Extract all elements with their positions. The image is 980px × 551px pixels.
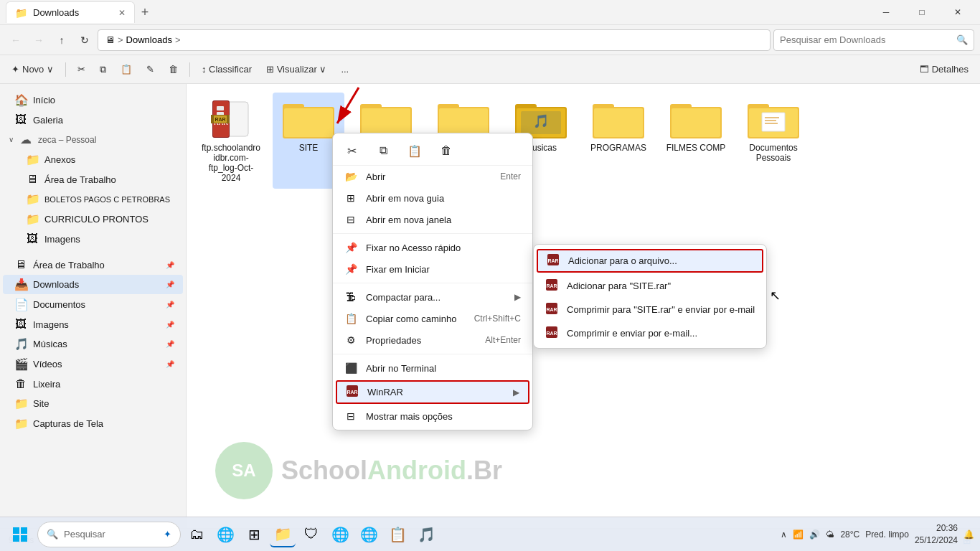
- close-button[interactable]: ✕: [941, 1, 974, 23]
- paste-button[interactable]: 📋: [115, 61, 138, 77]
- svg-rect-42: [21, 535, 27, 542]
- more-button[interactable]: ...: [335, 61, 354, 77]
- file-item-rar[interactable]: RAR RAR ftp.schoolandroidbr.com-ftp_log-…: [195, 93, 267, 189]
- sidebar-item-imagens[interactable]: 🖼 Imagens: [3, 230, 183, 248]
- cm-item-winrar[interactable]: RAR WinRAR ▶: [336, 380, 529, 404]
- adicionar-arquivo-icon: RAR: [547, 254, 560, 268]
- file-item-filmes[interactable]: FILMES COMP: [660, 93, 732, 189]
- sidebar-item-inicio[interactable]: 🏠 Início: [3, 90, 183, 110]
- sidebar-item-boletos[interactable]: 📁 BOLETOS PAGOS C PETROBRAS: [3, 189, 183, 209]
- tray-network-icon[interactable]: 📶: [793, 529, 804, 540]
- taskbar-files-icon[interactable]: 🗂: [184, 522, 209, 547]
- tab-area: 📁 Downloads ✕ +: [6, 1, 870, 23]
- view-label: ⊞ Visualizar ∨: [266, 64, 326, 75]
- rename-button[interactable]: ✎: [141, 61, 160, 77]
- imagens-label: Imagens: [44, 234, 80, 245]
- taskbar-search[interactable]: 🔍 Pesquisar ✦: [37, 522, 181, 547]
- breadcrumb-bar[interactable]: 🖥 > Downloads >: [98, 29, 771, 51]
- sidebar-item-anexos[interactable]: 📁 Anexos: [3, 150, 183, 169]
- cm-paste-button[interactable]: 📋: [405, 141, 425, 161]
- copiar-shortcut: Ctrl+Shift+C: [474, 314, 521, 324]
- imagens2-pin-icon: 📌: [166, 321, 174, 329]
- sort-button[interactable]: ↕ Classificar: [196, 61, 258, 77]
- refresh-button[interactable]: ↻: [75, 30, 95, 50]
- minimize-button[interactable]: ─: [870, 1, 903, 23]
- tab-close-button[interactable]: ✕: [118, 8, 126, 18]
- copy-button[interactable]: ⧉: [94, 61, 112, 78]
- taskbar-media-icon[interactable]: 🎵: [413, 522, 439, 547]
- area-trabalho2-label: Área de Trabalho: [33, 260, 105, 270]
- cm-item-fixar-rapido[interactable]: 📌 Fixar no Acesso rápido: [333, 237, 532, 258]
- start-button[interactable]: [6, 520, 34, 549]
- tray-volume-icon[interactable]: 🔊: [809, 529, 820, 540]
- new-button[interactable]: ✦ Novo ∨: [6, 61, 60, 77]
- notification-icon[interactable]: 🔔: [963, 529, 974, 540]
- file-item-docs-pessoais[interactable]: Documentos Pessoais: [738, 93, 809, 189]
- back-button[interactable]: ←: [6, 30, 26, 50]
- breadcrumb-downloads[interactable]: Downloads: [126, 34, 172, 45]
- sidebar-item-lixeira[interactable]: 🗑 Lixeira: [3, 375, 183, 393]
- view-button[interactable]: ⊞ Visualizar ∨: [260, 61, 332, 77]
- sidebar-item-downloads[interactable]: 📥 Downloads 📌: [3, 275, 183, 294]
- taskbar-chrome-icon[interactable]: 🌐: [327, 522, 353, 547]
- forward-button[interactable]: →: [29, 30, 49, 50]
- fixar-rapido-label: Fixar no Acesso rápido: [366, 242, 521, 253]
- cm-item-compactar[interactable]: 🗜 Compactar para... ▶: [333, 286, 532, 308]
- paste-icon: 📋: [121, 64, 132, 75]
- cm-cut-button[interactable]: ✂: [341, 141, 362, 161]
- abrir-label: Abrir: [366, 171, 491, 182]
- clock[interactable]: 20:36 25/12/2024: [915, 522, 958, 547]
- taskbar-notes-icon[interactable]: 📋: [385, 522, 410, 547]
- submenu-item-adicionar-arquivo[interactable]: RAR Adicionar para o arquivo...: [537, 249, 763, 273]
- taskbar-explorer-icon[interactable]: 📁: [270, 522, 296, 547]
- sidebar-item-capturas[interactable]: 📁 Capturas de Tela: [3, 414, 183, 433]
- cm-delete-button[interactable]: 🗑: [436, 141, 456, 161]
- cm-item-fixar-iniciar[interactable]: 📌 Fixar em Iniciar: [333, 258, 532, 280]
- search-input[interactable]: [780, 34, 952, 45]
- capturas-icon: 📁: [14, 417, 27, 430]
- sidebar-item-documentos[interactable]: 📄 Documentos 📌: [3, 295, 183, 314]
- adicionar-rar-label: Adicionar para "SITE.rar": [567, 281, 755, 291]
- compactar-icon: 🗜: [344, 291, 357, 303]
- cm-item-terminal[interactable]: ⬛ Abrir no Terminal: [333, 357, 532, 379]
- cm-item-propriedades[interactable]: ⚙ Propriedades Alt+Enter: [333, 329, 532, 351]
- details-button[interactable]: 🗔 Detalhes: [914, 61, 974, 77]
- site-label: Site: [33, 398, 49, 409]
- submenu-item-comprimir-enviar[interactable]: RAR Comprimir e enviar por e-mail...: [534, 321, 766, 345]
- delete-button[interactable]: 🗑: [163, 61, 184, 77]
- new-tab-button[interactable]: +: [135, 2, 155, 22]
- cm-item-copiar-caminho[interactable]: 📋 Copiar como caminho Ctrl+Shift+C: [333, 308, 532, 329]
- tray-up-icon[interactable]: ∧: [781, 529, 787, 540]
- taskbar-security-icon[interactable]: 🛡: [298, 522, 324, 547]
- taskbar-store-icon[interactable]: ⊞: [241, 522, 267, 547]
- sidebar-item-galeria[interactable]: 🖼 Galeria: [3, 110, 183, 129]
- fixar-iniciar-icon: 📌: [344, 263, 357, 275]
- sidebar-item-zeca[interactable]: ∨ ☁ zeca – Pessoal: [3, 130, 183, 149]
- submenu-item-adicionar-rar[interactable]: RAR Adicionar para "SITE.rar": [534, 274, 766, 298]
- file-item-programas[interactable]: PROGRAMAS: [583, 93, 654, 189]
- sidebar-item-area-trabalho2[interactable]: 🖥 Área de Trabalho 📌: [3, 255, 183, 274]
- window-controls: ─ □ ✕: [870, 1, 974, 23]
- sidebar-item-videos[interactable]: 🎬 Vídeos 📌: [3, 354, 183, 374]
- submenu-item-comprimir-email[interactable]: RAR Comprimir para "SITE.rar" e enviar p…: [534, 298, 766, 321]
- taskbar-chrome2-icon[interactable]: 🌐: [356, 522, 382, 547]
- taskbar-edge-icon[interactable]: 🌐: [212, 522, 238, 547]
- cm-item-abrir[interactable]: 📂 Abrir Enter: [333, 166, 532, 187]
- up-button[interactable]: ↑: [52, 30, 72, 50]
- tab-downloads[interactable]: 📁 Downloads ✕: [6, 1, 135, 23]
- cm-item-abrir-janela[interactable]: ⊟ Abrir em nova janela: [333, 209, 532, 230]
- svg-text:🎵: 🎵: [533, 113, 550, 129]
- sidebar-item-musicas[interactable]: 🎵 Músicas 📌: [3, 334, 183, 354]
- cm-item-abrir-guia[interactable]: ⊞ Abrir em nova guia: [333, 187, 532, 209]
- cm-copy-button[interactable]: ⧉: [373, 141, 393, 161]
- search-box[interactable]: 🔍: [773, 29, 974, 51]
- tab-label: Downloads: [33, 7, 113, 18]
- capturas-label: Capturas de Tela: [33, 418, 103, 429]
- cm-item-mais-opcoes[interactable]: ⊟ Mostrar mais opções: [333, 405, 532, 427]
- cut-button[interactable]: ✂: [72, 61, 91, 77]
- sidebar-item-curriculo[interactable]: 📁 CURRICULO PRONTOS: [3, 209, 183, 229]
- sidebar-item-area-trabalho[interactable]: 🖥 Área de Trabalho: [3, 170, 183, 189]
- sidebar-item-site[interactable]: 📁 Site: [3, 394, 183, 413]
- maximize-button[interactable]: □: [905, 1, 938, 23]
- sidebar-item-imagens2[interactable]: 🖼 Imagens 📌: [3, 315, 183, 334]
